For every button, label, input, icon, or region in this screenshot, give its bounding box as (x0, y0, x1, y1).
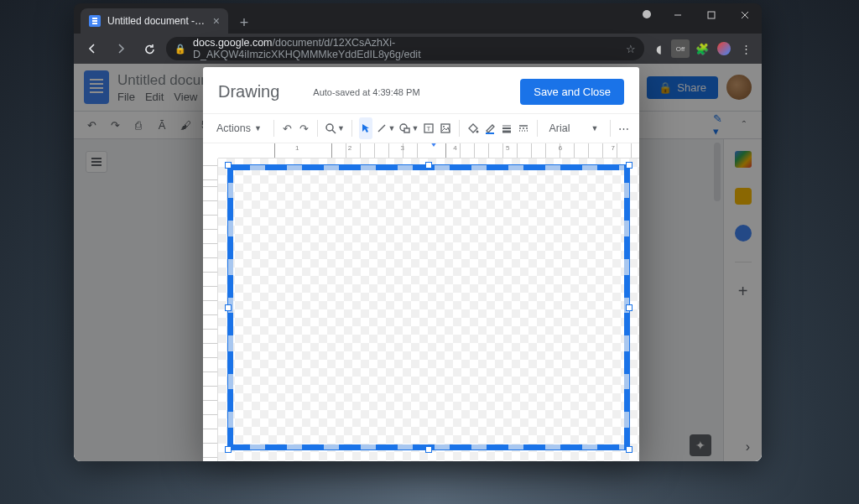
resize-handle-bm[interactable] (425, 446, 432, 453)
svg-point-4 (326, 124, 333, 131)
minimize-button[interactable] (661, 3, 695, 27)
save-and-close-button[interactable]: Save and Close (520, 79, 624, 105)
drawing-toolbar: Actions▼ ↶ ↷ ▼ ▼ ▼ T Arial▼ ⋯ (203, 113, 639, 143)
browser-toolbar: 🔒 docs.google.com/document/d/12XCsAzhXi-… (74, 34, 762, 64)
selection-outline (227, 164, 630, 450)
status-indicator-icon (643, 10, 651, 18)
window-controls (661, 3, 762, 27)
svg-rect-14 (486, 132, 494, 134)
address-bar[interactable]: 🔒 docs.google.com/document/d/12XCsAzhXi-… (166, 37, 644, 60)
star-icon[interactable]: ☆ (626, 43, 636, 55)
resize-handle-ml[interactable] (225, 304, 232, 311)
select-tool[interactable] (359, 117, 372, 139)
svg-point-13 (476, 131, 478, 133)
drawing-dialog: Drawing Auto-saved at 4:39:48 PM Save an… (203, 67, 639, 461)
horizontal-ruler[interactable]: 1 2 3 4 5 6 7 (218, 143, 639, 158)
new-tab-button[interactable]: + (233, 12, 255, 34)
url-text: docs.google.com/document/d/12XCsAzhXi-D_… (193, 37, 619, 60)
autosave-status: Auto-saved at 4:39:48 PM (313, 87, 512, 97)
tab-close-icon[interactable]: × (213, 14, 220, 28)
textbox-tool[interactable]: T (422, 117, 435, 139)
image-tool[interactable] (439, 117, 452, 139)
canvas-area: 1 2 3 4 5 6 7 (203, 143, 639, 461)
browser-menu-icon[interactable]: ⋮ (737, 39, 755, 58)
redo-button[interactable]: ↷ (298, 117, 311, 139)
lock-icon: 🔒 (174, 44, 186, 55)
shape-tool[interactable]: ▼ (399, 117, 419, 139)
more-options-button[interactable]: ⋯ (617, 117, 631, 139)
profile-icon[interactable] (715, 39, 733, 58)
resize-handle-br[interactable] (626, 446, 633, 453)
svg-rect-8 (404, 128, 409, 132)
line-tool[interactable]: ▼ (376, 117, 396, 139)
zoom-button[interactable]: ▼ (325, 117, 345, 139)
resize-handle-tl[interactable] (225, 162, 232, 169)
drawing-canvas[interactable] (218, 158, 639, 461)
vertical-ruler[interactable] (203, 143, 218, 461)
border-color-button[interactable] (483, 117, 497, 139)
extension-icons: ◖ Off 🧩 ⋮ (649, 39, 755, 58)
browser-tab[interactable]: Untitled document - Google Docs × (81, 8, 228, 34)
extension-icon[interactable]: Off (671, 39, 690, 58)
dialog-header: Drawing Auto-saved at 4:39:48 PM Save an… (203, 67, 639, 113)
reload-button[interactable] (138, 37, 161, 60)
resize-handle-tm[interactable] (425, 162, 432, 169)
svg-text:T: T (427, 125, 431, 132)
tab-strip: Untitled document - Google Docs × + (74, 3, 762, 34)
close-button[interactable] (728, 3, 762, 27)
fill-color-button[interactable] (466, 117, 480, 139)
svg-line-5 (332, 130, 336, 133)
border-weight-button[interactable] (500, 117, 513, 139)
tab-title: Untitled document - Google Docs (107, 15, 206, 27)
maximize-button[interactable] (695, 3, 728, 27)
forward-button[interactable] (109, 37, 133, 60)
resize-handle-bl[interactable] (225, 446, 232, 453)
svg-rect-1 (708, 12, 715, 18)
rectangle-shape[interactable] (228, 165, 629, 449)
ruler-marker-icon[interactable] (430, 143, 437, 147)
border-dash-button[interactable] (517, 117, 530, 139)
extensions-menu-icon[interactable]: 🧩 (693, 39, 711, 58)
svg-point-12 (443, 126, 445, 127)
dialog-title: Drawing (218, 82, 279, 101)
docs-favicon-icon (89, 15, 101, 27)
undo-button[interactable]: ↶ (281, 117, 294, 139)
back-button[interactable] (81, 37, 104, 60)
actions-menu[interactable]: Actions▼ (211, 122, 267, 134)
font-family-select[interactable]: Arial▼ (544, 122, 603, 134)
resize-handle-tr[interactable] (626, 162, 633, 169)
resize-handle-mr[interactable] (626, 304, 633, 311)
svg-line-6 (378, 125, 385, 132)
extension-icon[interactable]: ◖ (649, 39, 668, 58)
